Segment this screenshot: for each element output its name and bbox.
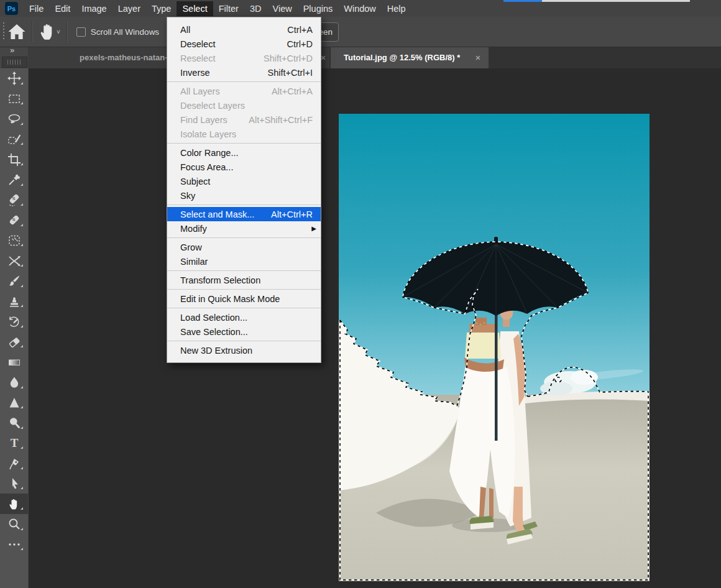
- hand-icon: [37, 21, 59, 43]
- menu-item-find-layers[interactable]: Find LayersAlt+Shift+Ctrl+F: [167, 113, 321, 127]
- menu-item-inverse[interactable]: InverseShift+Ctrl+I: [167, 65, 321, 80]
- menu-item-subject[interactable]: Subject: [167, 174, 321, 188]
- menu-item-deselect-layers[interactable]: Deselect Layers: [167, 98, 321, 113]
- options-separator: [32, 21, 33, 42]
- close-tab-icon[interactable]: ×: [472, 47, 484, 68]
- menu-item-deselect[interactable]: DeselectCtrl+D: [167, 37, 321, 51]
- menu-item-label: Inverse: [180, 68, 267, 78]
- document-tab-bar: » pexels-matheus-natan-3683587 × Tutoria…: [0, 47, 721, 68]
- menu-item-label: Select and Mask...: [180, 209, 271, 219]
- gradient-tool[interactable]: [0, 352, 28, 372]
- type-tool[interactable]: T: [0, 433, 28, 454]
- menubar-item-file[interactable]: File: [24, 1, 49, 16]
- zoom-tool[interactable]: [0, 514, 28, 535]
- eraser-tool[interactable]: [0, 332, 28, 352]
- object-selection-tool[interactable]: [0, 129, 28, 150]
- pen-tool[interactable]: [0, 453, 28, 474]
- menu-item-grow[interactable]: Grow: [167, 240, 321, 254]
- menubar-item-layer[interactable]: Layer: [113, 1, 146, 16]
- menubar-item-window[interactable]: Window: [338, 1, 382, 16]
- menu-item-label: Load Selection...: [180, 313, 313, 323]
- lasso-icon: [7, 111, 22, 126]
- menu-item-edit-in-quick-mask-mode[interactable]: Edit in Quick Mask Mode: [167, 292, 321, 306]
- home-icon: [6, 21, 28, 43]
- menu-item-all[interactable]: AllCtrl+A: [167, 22, 321, 37]
- menu-item-shortcut: Shift+Ctrl+D: [264, 53, 313, 63]
- hand-tool-preset[interactable]: [37, 21, 59, 43]
- marquee-icon: [7, 91, 22, 106]
- menu-section: All LayersAlt+Ctrl+ADeselect LayersFind …: [167, 81, 321, 143]
- menubar-item-edit[interactable]: Edit: [49, 1, 76, 16]
- crop-tool[interactable]: [0, 149, 28, 170]
- brush-tool[interactable]: [0, 271, 28, 292]
- photoshop-logo[interactable]: Ps: [5, 2, 18, 15]
- menubar-item-filter[interactable]: Filter: [213, 1, 244, 16]
- scroll-all-windows-checkbox[interactable]: [76, 27, 86, 37]
- menu-item-save-selection[interactable]: Save Selection...: [167, 324, 321, 339]
- menu-item-focus-area[interactable]: Focus Area...: [167, 160, 321, 174]
- svg-text:T: T: [10, 436, 18, 449]
- menu-item-label: New 3D Extrusion: [180, 346, 313, 356]
- menubar-item-plugins[interactable]: Plugins: [298, 1, 339, 16]
- menu-item-new-3d-extrusion[interactable]: New 3D Extrusion: [167, 343, 321, 357]
- path-selection-tool[interactable]: [0, 474, 28, 494]
- menu-item-sky[interactable]: Sky: [167, 188, 321, 203]
- options-bar: ˅ Scroll All Windows een: [0, 17, 721, 47]
- menu-item-all-layers[interactable]: All LayersAlt+Ctrl+A: [167, 84, 321, 98]
- menu-item-select-and-mask[interactable]: Select and Mask...Alt+Ctrl+R: [167, 207, 321, 221]
- document-tab-tutorial[interactable]: Tutorial.jpg @ 12.5% (RGB/8) *: [331, 47, 489, 68]
- move-icon: [7, 71, 22, 86]
- options-separator: [67, 21, 68, 42]
- blur-tool[interactable]: [0, 372, 28, 393]
- menu-item-load-selection[interactable]: Load Selection...: [167, 310, 321, 324]
- object-selection-icon: [7, 132, 22, 147]
- move-tool[interactable]: [0, 68, 28, 89]
- menu-item-shortcut: Ctrl+A: [287, 25, 313, 35]
- menu-item-label: Find Layers: [180, 115, 249, 125]
- chevron-down-icon[interactable]: ˅: [57, 29, 60, 35]
- lasso-tool[interactable]: [0, 109, 28, 129]
- panel-grip[interactable]: [2, 57, 27, 68]
- menu-section: Select and Mask...Alt+Ctrl+RModify▶: [167, 204, 321, 237]
- menu-item-color-range[interactable]: Color Range...: [167, 145, 321, 160]
- progress-bar-track: [542, 0, 690, 2]
- menubar-item-type[interactable]: Type: [146, 1, 177, 16]
- menu-item-label: Similar: [180, 257, 313, 267]
- menu-section: Edit in Quick Mask Mode: [167, 289, 321, 308]
- menubar-item-select[interactable]: Select: [177, 1, 213, 16]
- home-button[interactable]: [6, 21, 28, 43]
- history-brush-tool[interactable]: [0, 311, 28, 332]
- spot-healing-brush-tool[interactable]: [0, 190, 28, 211]
- menu-item-label: Sky: [180, 191, 313, 201]
- menu-item-similar[interactable]: Similar: [167, 254, 321, 269]
- healing-brush-tool[interactable]: [0, 210, 28, 231]
- content-aware-move-tool[interactable]: [0, 250, 28, 271]
- patch-icon: [7, 233, 22, 248]
- photoshop-window: { "colors": { "menu_highlight_blue": "#1…: [0, 0, 721, 588]
- menu-item-transform-selection[interactable]: Transform Selection: [167, 273, 321, 287]
- menubar-item-help[interactable]: Help: [382, 1, 411, 16]
- menu-item-reselect[interactable]: ReselectShift+Ctrl+D: [167, 51, 321, 65]
- progress-bar-filled: [503, 0, 542, 2]
- triangle-icon: [7, 395, 22, 410]
- scroll-all-windows-option[interactable]: Scroll All Windows: [76, 27, 159, 37]
- rectangular-marquee-tool[interactable]: [0, 89, 28, 109]
- document-canvas-photo[interactable]: [339, 114, 650, 581]
- tools-panel-header[interactable]: »: [0, 47, 28, 68]
- sharpen-tool[interactable]: [0, 393, 28, 413]
- menubar-item-image[interactable]: Image: [76, 1, 112, 16]
- dodge-tool[interactable]: [0, 413, 28, 433]
- menu-item-isolate-layers[interactable]: Isolate Layers: [167, 127, 321, 141]
- menu-item-label: Transform Selection: [180, 275, 313, 285]
- patch-tool[interactable]: [0, 231, 28, 251]
- eyedropper-tool[interactable]: [0, 170, 28, 190]
- edit-toolbar-button[interactable]: [0, 535, 28, 555]
- menubar-item-3d[interactable]: 3D: [244, 1, 267, 16]
- menubar-item-view[interactable]: View: [267, 1, 298, 16]
- clone-stamp-tool[interactable]: [0, 292, 28, 312]
- menu-item-modify[interactable]: Modify▶: [167, 221, 321, 236]
- crossed-arrows-icon: [7, 254, 22, 269]
- menu-section: GrowSimilar: [167, 237, 321, 270]
- menu-item-label: Edit in Quick Mask Mode: [180, 294, 313, 304]
- hand-tool[interactable]: [0, 494, 28, 514]
